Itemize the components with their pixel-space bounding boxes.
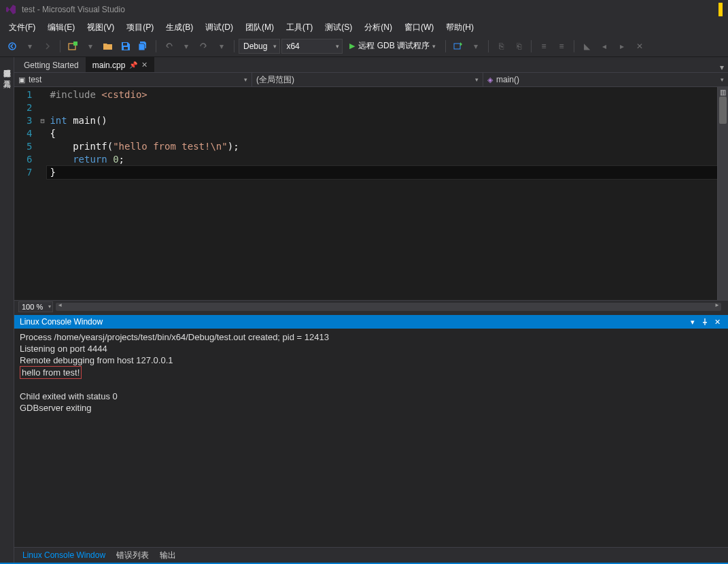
debug-target-button[interactable] [450, 38, 466, 54]
code-editor[interactable]: 1234567 ⊟ #include <cstdio> int main(){ … [14, 87, 717, 300]
document-tab[interactable]: Getting Started [17, 57, 86, 72]
bookmark-next-button: ▸ [614, 38, 630, 54]
console-line: Child exited with status 0 [20, 391, 723, 402]
menu-item[interactable]: 调试(D) [199, 20, 239, 35]
bookmark-clear-button: ✕ [631, 38, 648, 54]
menu-item[interactable]: 测试(S) [319, 20, 358, 35]
comment-button: ⎘ [493, 38, 509, 54]
vertical-scrollbar[interactable]: ▥ [717, 87, 728, 300]
document-tabs: Getting Startedmain.cpp📌✕▾ [14, 57, 728, 72]
horizontal-scrollbar[interactable] [56, 303, 721, 311]
svg-rect-4 [124, 47, 128, 50]
new-project-button[interactable] [65, 38, 81, 54]
nav-fwd-arrow-button [39, 38, 56, 54]
tabs-overflow-button[interactable]: ▾ [716, 63, 728, 72]
bottom-tab[interactable]: 输出 [154, 548, 181, 563]
navigation-bar: ▣ test▾ (全局范围)▾ ◈ main()▾ [14, 72, 728, 87]
redo-button[interactable] [196, 38, 212, 54]
save-button[interactable] [118, 38, 134, 54]
split-icon[interactable]: ▥ [720, 88, 727, 95]
save-all-button[interactable] [135, 38, 152, 54]
menu-item[interactable]: 生成(B) [160, 20, 199, 35]
redo-drop[interactable]: ▾ [213, 38, 230, 54]
console-line: hello from test! [20, 366, 723, 379]
menu-item[interactable]: 文件(F) [3, 20, 41, 35]
undo-drop[interactable]: ▾ [178, 38, 194, 54]
panel-title-text: Linux Console Window [20, 317, 103, 327]
open-file-button[interactable] [100, 38, 116, 54]
uncomment-button: ⎗ [510, 38, 527, 54]
nav-fwd-button: ▾ [22, 38, 38, 54]
panel-pin-icon[interactable] [699, 316, 710, 327]
panel-close-button[interactable]: ✕ [712, 316, 723, 327]
start-debug-button[interactable]: ▶远程 GDB 调试程序▾ [344, 38, 441, 54]
pin-icon[interactable]: 📌 [129, 61, 137, 69]
project-scope-combo[interactable]: ▣ test▾ [14, 73, 252, 86]
menu-item[interactable]: 工具(T) [280, 20, 319, 35]
document-tab[interactable]: main.cpp📌✕ [86, 57, 155, 72]
svg-rect-5 [454, 44, 460, 49]
bookmark-button: ◣ [578, 38, 595, 54]
console-panel-title: Linux Console Window ▾ ✕ [14, 315, 728, 329]
zoom-combo[interactable]: 100 %▾ [18, 301, 53, 312]
debug-target-drop[interactable]: ▾ [468, 38, 484, 54]
menu-item[interactable]: 帮助(H) [440, 20, 480, 35]
bottom-tool-tabs: Linux Console Window错误列表输出 [14, 547, 728, 563]
menu-item[interactable]: 分析(N) [358, 20, 398, 35]
left-tool-strip: 服务器资源管理器工具箱 [0, 57, 14, 563]
member-scope-combo[interactable]: ◈ main()▾ [483, 73, 728, 86]
editor-status-strip: 100 %▾ [14, 300, 728, 312]
notification-indicator-icon[interactable] [718, 3, 723, 16]
tab-label: main.cpp [92, 61, 126, 70]
linux-console-output[interactable]: Process /home/yearsj/projects/test/bin/x… [14, 329, 728, 547]
main-toolbar: ▾ ▾ ▾ ▾ Debug▾ x64▾ ▶远程 GDB 调试程序▾ ▾ ⎘ ⎗ … [0, 35, 728, 57]
code-body[interactable]: #include <cstdio> int main(){ printf("he… [47, 87, 717, 300]
svg-rect-3 [123, 43, 127, 46]
console-line: Listening on port 4444 [20, 343, 723, 354]
fold-column[interactable]: ⊟ [37, 87, 47, 300]
close-tab-button[interactable]: ✕ [141, 61, 148, 69]
svg-rect-2 [73, 42, 77, 46]
bottom-tab[interactable]: 错误列表 [111, 548, 154, 563]
type-scope-combo[interactable]: (全局范围)▾ [252, 73, 483, 86]
tab-label: Getting Started [24, 61, 79, 70]
window-title: test - Microsoft Visual Studio [22, 5, 125, 14]
menu-item[interactable]: 项目(P) [120, 20, 160, 35]
indent-button: ≡ [536, 38, 552, 54]
bookmark-prev-button: ◂ [596, 38, 612, 54]
console-line [20, 379, 723, 391]
menu-item[interactable]: 团队(M) [239, 20, 280, 35]
side-tab[interactable]: 工具箱 [1, 69, 14, 80]
outdent-button: ≡ [553, 38, 570, 54]
line-number-gutter: 1234567 [14, 87, 37, 300]
config-combo[interactable]: Debug▾ [239, 39, 280, 54]
console-line: Process /home/yearsj/projects/test/bin/x… [20, 331, 723, 343]
menu-item[interactable]: 编辑(E) [41, 20, 81, 35]
scroll-thumb[interactable] [719, 97, 727, 124]
menu-item[interactable]: 窗口(W) [398, 20, 440, 35]
console-line: GDBserver exiting [20, 402, 723, 414]
platform-combo[interactable]: x64▾ [281, 39, 343, 54]
panel-dropdown-button[interactable]: ▾ [687, 316, 698, 327]
nav-back-button[interactable] [4, 38, 20, 54]
side-tab[interactable]: 服务器资源管理器 [1, 59, 14, 69]
title-bar: test - Microsoft Visual Studio [0, 0, 728, 19]
method-icon: ◈ [487, 76, 493, 84]
project-icon: ▣ [18, 76, 25, 84]
console-line: Remote debugging from host 127.0.0.1 [20, 354, 723, 366]
menu-item[interactable]: 视图(V) [81, 20, 120, 35]
undo-button[interactable] [160, 38, 177, 54]
bottom-tab[interactable]: Linux Console Window [17, 548, 111, 562]
vs-logo-icon [5, 4, 16, 15]
svg-point-0 [9, 43, 16, 50]
menu-bar: 文件(F)编辑(E)视图(V)项目(P)生成(B)调试(D)团队(M)工具(T)… [0, 19, 728, 35]
new-project-drop[interactable]: ▾ [82, 38, 99, 54]
